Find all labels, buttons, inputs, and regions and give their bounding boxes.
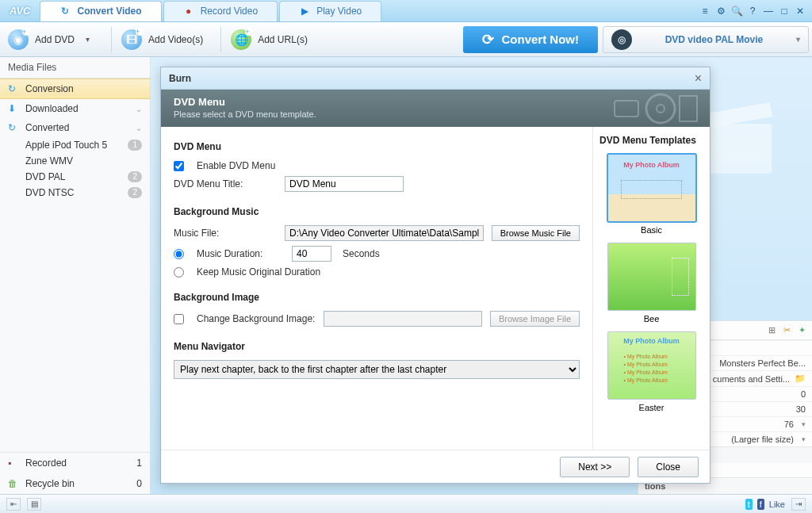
row-dvd-menu-title: DVD Menu Title: [174, 176, 580, 192]
sidebar-sub-dvdpal[interactable]: DVD PAL 2 [0, 169, 150, 185]
minimize-icon[interactable]: — [761, 5, 776, 17]
browse-music-button[interactable]: Browse Music File [492, 225, 580, 241]
sidebar-item-label: Recycle bin [25, 478, 75, 489]
chevron-down-icon: ⌄ [136, 105, 142, 113]
unit-label: Seconds [343, 248, 380, 259]
templates-list[interactable]: Basic Bee Easter [593, 151, 710, 450]
sidebar-item-label: Apple iPod Touch 5 [25, 140, 107, 151]
chevron-down-icon[interactable]: ▾ [796, 35, 800, 44]
tab-play-video[interactable]: ▶ Play Video [279, 1, 381, 21]
count-badge: 2 [128, 171, 142, 182]
dialog-header: DVD Menu Please select a DVD menu templa… [161, 90, 710, 127]
field-label: Change Background Image: [197, 313, 316, 324]
template-thumb [607, 331, 696, 400]
row-keep-original: Keep Music Original Duration [174, 266, 580, 278]
like-button[interactable]: Like [769, 500, 785, 509]
tab-label: Record Video [201, 6, 259, 17]
svg-point-2 [646, 94, 675, 123]
gear-icon[interactable]: ⚙ [714, 5, 728, 17]
btn-label: Add URL(s) [258, 34, 308, 45]
template-basic[interactable]: Basic [598, 154, 705, 235]
template-thumb [607, 154, 696, 222]
burn-dialog: Burn × DVD Menu Please select a DVD menu… [160, 67, 710, 484]
panel-bottom-icon[interactable]: ▤ [27, 498, 41, 511]
template-bee[interactable]: Bee [598, 243, 705, 323]
tab-label: Play Video [316, 6, 362, 17]
maximize-icon[interactable]: □ [777, 5, 791, 17]
facebook-icon[interactable]: f [757, 499, 764, 510]
field-label: Music Duration: [197, 248, 284, 259]
keep-original-radio[interactable] [174, 267, 184, 278]
count-badge: 1 [136, 457, 142, 469]
row-music-file: Music File: Browse Music File [174, 225, 580, 241]
field-label: DVD Menu Title: [174, 178, 277, 190]
sidebar-item-label: Converted [25, 122, 69, 133]
dialog-title: Burn [169, 73, 191, 84]
globe-icon: 🌐+ [231, 29, 251, 50]
close-button[interactable]: Close [638, 457, 699, 477]
section-menu-navigator: Menu Navigator [174, 341, 580, 352]
sidebar-item-converted[interactable]: ↻ Converted ⌄ [0, 118, 150, 137]
add-videos-button[interactable]: 🎞+ Add Video(s) [117, 26, 216, 53]
converted-icon: ↻ [8, 122, 19, 133]
help-icon[interactable]: ? [745, 5, 760, 17]
sidebar-sub-ipod[interactable]: Apple iPod Touch 5 1 [0, 137, 150, 153]
sidebar-item-downloaded[interactable]: ⬇ Downloaded ⌄ [0, 99, 150, 118]
disc-icon: ◉+ [8, 29, 29, 50]
section-background-music: Background Music [174, 206, 580, 217]
sidebar-sub-dvdntsc[interactable]: DVD NTSC 2 [0, 185, 150, 201]
template-easter[interactable]: Easter [598, 331, 705, 412]
menu-navigator-select[interactable]: Play next chapter, back to the first cha… [174, 360, 580, 379]
sidebar-item-label: Conversion [25, 83, 74, 94]
dialog-titlebar[interactable]: Burn × [161, 67, 710, 90]
row-nav-select: Play next chapter, back to the first cha… [174, 360, 580, 379]
tab-convert-video[interactable]: ↻ Convert Video [40, 1, 161, 21]
chevron-down-icon: ⌄ [136, 124, 142, 132]
templates-pane: DVD Menu Templates Basic Bee Easter [592, 127, 710, 450]
chevron-down-icon[interactable]: ▾ [81, 35, 94, 44]
sidebar-sub-zune[interactable]: Zune WMV [0, 153, 150, 169]
sidebar-item-conversion[interactable]: ↻ Conversion [0, 78, 150, 99]
burn-icon: ◎ [611, 29, 632, 50]
download-icon: ⬇ [8, 103, 19, 114]
panel-left-icon[interactable]: ⇤ [6, 498, 21, 511]
sidebar-item-recorded[interactable]: ▪ Recorded 1 [0, 453, 150, 473]
twitter-icon[interactable]: t [745, 499, 753, 510]
sidebar: Media Files ↻ Conversion ⬇ Downloaded ⌄ … [0, 57, 151, 494]
output-profile-button[interactable]: ◎ DVD video PAL Movie ▾ [603, 26, 809, 53]
enable-dvd-menu-checkbox[interactable] [174, 161, 184, 171]
close-icon[interactable]: ✕ [793, 5, 807, 17]
menu-icon[interactable]: ≡ [698, 5, 712, 17]
template-label: Bee [644, 314, 660, 323]
title-bar: AVC ↻ Convert Video ● Record Video ▶ Pla… [0, 0, 812, 22]
dvd-menu-title-input[interactable] [285, 176, 404, 192]
sidebar-item-recycle[interactable]: 🗑 Recycle bin 0 [0, 473, 150, 494]
browse-image-button: Browse Image File [490, 311, 580, 327]
close-icon[interactable]: × [695, 71, 702, 86]
next-button[interactable]: Next >> [560, 457, 630, 477]
play-icon: ▶ [299, 6, 310, 17]
convert-icon: ↻ [8, 83, 19, 94]
trash-icon: 🗑 [8, 478, 19, 489]
btn-label: Convert Now! [502, 33, 580, 46]
svg-rect-5 [615, 101, 638, 117]
dialog-footer: Next >> Close [161, 450, 710, 483]
change-bg-checkbox[interactable] [174, 314, 184, 324]
music-file-input[interactable] [285, 225, 484, 241]
btn-label: Add Video(s) [148, 34, 203, 45]
separator [220, 27, 221, 52]
add-dvd-button[interactable]: ◉+ Add DVD ▾ [3, 26, 106, 53]
convert-now-button[interactable]: ⟳ Convert Now! [463, 26, 599, 53]
main-toolbar: ◉+ Add DVD ▾ 🎞+ Add Video(s) 🌐+ Add URL(… [0, 22, 812, 57]
tab-record-video[interactable]: ● Record Video [163, 1, 278, 21]
music-duration-input[interactable] [292, 246, 331, 262]
template-thumb [607, 243, 696, 311]
music-duration-radio[interactable] [174, 249, 184, 259]
dialog-body: DVD Menu Enable DVD Menu DVD Menu Title:… [161, 127, 710, 450]
panel-right-icon[interactable]: ⇥ [791, 498, 806, 511]
refresh-icon: ↻ [59, 6, 71, 17]
sidebar-item-label: Downloaded [25, 103, 79, 114]
dialog-form: DVD Menu Enable DVD Menu DVD Menu Title:… [161, 127, 592, 450]
add-urls-button[interactable]: 🌐+ Add URL(s) [226, 26, 320, 53]
search-icon[interactable]: 🔍 [730, 5, 744, 17]
